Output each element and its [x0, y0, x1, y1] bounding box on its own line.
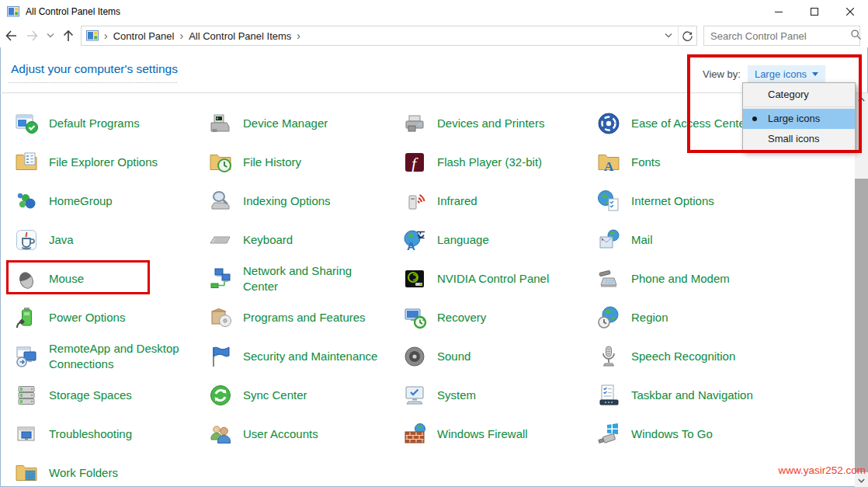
item-remoteapp-and-desktop-connections[interactable]: RemoteApp and Desktop Connections	[11, 337, 205, 376]
item-windows-firewall[interactable]: Windows Firewall	[399, 415, 593, 454]
item-region[interactable]: Region	[593, 298, 787, 337]
item-mouse[interactable]: Mouse	[11, 259, 205, 298]
item-nvidia-control-panel[interactable]: NVIDIA Control Panel	[399, 259, 593, 298]
view-by-option-category[interactable]: Category	[743, 85, 855, 105]
item-security-and-maintenance[interactable]: Security and Maintenance	[205, 337, 399, 376]
sound-icon	[402, 344, 427, 369]
view-by-label: View by:	[703, 68, 741, 80]
item-label: Sync Center	[243, 388, 307, 403]
breadcrumb-segment[interactable]: All Control Panel Items	[189, 30, 291, 42]
flash-player-icon: f	[402, 150, 427, 175]
forward-button[interactable]	[22, 26, 43, 46]
item-keyboard[interactable]: Keyboard	[205, 221, 399, 259]
menu-option-label: Category	[768, 89, 809, 100]
item-mail[interactable]: Mail	[593, 221, 787, 259]
speech-recognition-icon	[596, 344, 621, 369]
svg-text:A: A	[604, 159, 614, 174]
item-label: Flash Player (32-bit)	[437, 155, 542, 170]
up-button[interactable]	[57, 26, 79, 46]
item-label: Windows To Go	[631, 426, 713, 442]
maximize-icon	[811, 8, 818, 16]
ease-of-access-center-icon	[596, 111, 621, 136]
region-icon	[596, 305, 621, 330]
item-label: File Explorer Options	[49, 155, 158, 170]
item-indexing-options[interactable]: Indexing Options	[205, 182, 399, 221]
item-label: RemoteApp and Desktop Connections	[49, 341, 189, 372]
recent-locations-button[interactable]	[43, 26, 57, 46]
address-bar[interactable]: ›Control Panel›All Control Panel Items›	[81, 26, 697, 46]
item-label: Recovery	[437, 310, 486, 325]
mail-icon	[596, 228, 621, 252]
item-label: Internet Options	[631, 193, 714, 209]
control-panel-icon	[7, 5, 19, 18]
windows-firewall-icon	[402, 422, 427, 447]
homegroup-icon	[14, 189, 39, 214]
item-internet-options[interactable]: Internet Options	[593, 182, 787, 221]
item-windows-to-go[interactable]: Windows To Go	[593, 415, 787, 454]
item-sync-center[interactable]: Sync Center	[205, 376, 399, 415]
power-options-icon	[14, 305, 39, 330]
item-label: NVIDIA Control Panel	[437, 271, 549, 287]
scroll-up-button[interactable]	[855, 93, 868, 106]
item-homegroup[interactable]: HomeGroup	[11, 182, 205, 221]
refresh-button[interactable]	[678, 26, 696, 45]
remoteapp-and-desktop-connections-icon	[14, 344, 39, 369]
page-title[interactable]: Adjust your computer's settings	[11, 62, 178, 76]
close-button[interactable]	[832, 0, 868, 23]
item-taskbar-and-navigation[interactable]: Taskbar and Navigation	[593, 376, 787, 415]
view-by-value: Large icons	[755, 68, 807, 80]
search-input[interactable]	[704, 30, 850, 42]
item-recovery[interactable]: Recovery	[399, 298, 593, 337]
item-label: Phone and Modem	[631, 271, 730, 287]
item-work-folders[interactable]: Work Folders	[11, 454, 205, 487]
item-phone-and-modem[interactable]: Phone and Modem	[593, 259, 787, 298]
view-by-dropdown-button[interactable]: Large icons	[748, 65, 825, 83]
item-device-manager[interactable]: Device Manager	[205, 104, 399, 143]
item-file-explorer-options[interactable]: File Explorer Options	[11, 143, 205, 182]
item-default-programs[interactable]: Default Programs	[11, 104, 205, 143]
view-by-option-small-icons[interactable]: Small icons	[743, 129, 855, 149]
minimize-button[interactable]	[761, 0, 797, 23]
caret-down-icon	[812, 72, 818, 76]
search-icon[interactable]	[850, 29, 862, 43]
items-grid: Default ProgramsDevice ManagerDevices an…	[11, 104, 787, 487]
taskbar-and-navigation-icon	[596, 383, 621, 408]
item-system[interactable]: System	[399, 376, 593, 415]
maximize-button[interactable]	[797, 0, 832, 23]
phone-and-modem-icon	[596, 266, 621, 291]
item-power-options[interactable]: Power Options	[11, 298, 205, 337]
item-programs-and-features[interactable]: Programs and Features	[205, 298, 399, 337]
view-by-option-large-icons[interactable]: Large icons	[743, 109, 855, 129]
item-label: Keyboard	[243, 232, 293, 248]
view-by-menu: CategoryLarge iconsSmall icons	[742, 82, 856, 151]
item-speech-recognition[interactable]: Speech Recognition	[593, 337, 787, 376]
vertical-scrollbar[interactable]	[855, 93, 868, 487]
item-user-accounts[interactable]: User Accounts	[205, 415, 399, 454]
item-troubleshooting[interactable]: Troubleshooting	[11, 415, 205, 454]
minimize-icon	[775, 8, 783, 16]
back-button[interactable]	[0, 26, 22, 46]
infrared-icon	[402, 189, 427, 214]
breadcrumb-segment[interactable]: Control Panel	[113, 30, 175, 42]
item-label: Java	[49, 232, 74, 248]
item-devices-and-printers[interactable]: Devices and Printers	[399, 104, 593, 143]
item-label: Default Programs	[49, 116, 140, 131]
title-bar: All Control Panel Items	[0, 0, 868, 23]
scrollbar-thumb[interactable]	[855, 179, 868, 472]
item-infrared[interactable]: Infrared	[399, 182, 593, 221]
item-language[interactable]: ALanguage	[399, 221, 593, 259]
breadcrumb-separator-icon[interactable]: ›	[297, 26, 300, 45]
work-folders-icon	[14, 461, 39, 485]
search-box[interactable]	[703, 26, 860, 46]
item-file-history[interactable]: File History	[205, 143, 399, 182]
item-label: Device Manager	[243, 116, 328, 131]
item-flash-player[interactable]: fFlash Player (32-bit)	[399, 143, 593, 182]
item-storage-spaces[interactable]: Storage Spaces	[11, 376, 205, 415]
scroll-down-button[interactable]	[855, 475, 868, 487]
item-network-and-sharing-center[interactable]: Network and Sharing Center	[205, 259, 399, 298]
item-sound[interactable]: Sound	[399, 337, 593, 376]
item-label: Mail	[631, 232, 653, 248]
address-dropdown-button[interactable]	[659, 26, 678, 45]
nvidia-control-panel-icon	[402, 266, 427, 291]
item-java[interactable]: Java	[11, 221, 205, 259]
